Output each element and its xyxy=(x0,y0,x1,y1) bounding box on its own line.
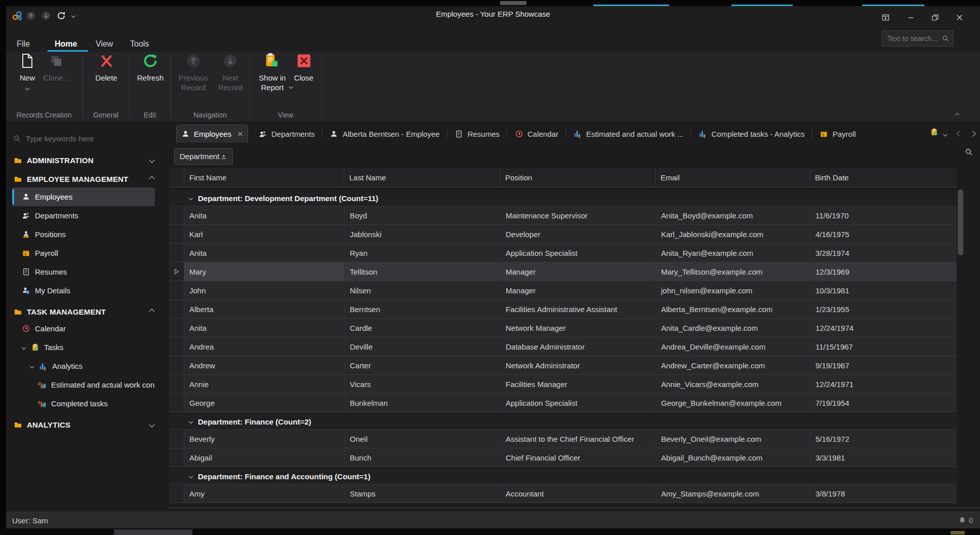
view-tab-alberta-berntsen[interactable]: Alberta Berntsen - Employee xyxy=(322,130,447,138)
next-record-button[interactable]: Next Record xyxy=(212,52,249,92)
grid-cell[interactable]: 12/3/1969 xyxy=(810,262,957,281)
grid-cell[interactable]: Assistant to the Chief Financial Officer xyxy=(500,430,656,448)
sidebar-section-employee-management[interactable]: EMPLOYEE MANAGEMENT xyxy=(0,170,163,187)
grid-cell[interactable]: Cardle xyxy=(344,319,500,337)
grid-search-icon[interactable] xyxy=(965,148,973,158)
grid-cell[interactable]: Amy xyxy=(184,484,344,503)
grid-cell[interactable]: Berntsen xyxy=(344,300,500,318)
show-in-report-button[interactable]: Show in Report xyxy=(252,52,293,92)
grid-cell[interactable]: Anita_Boyd@example.com xyxy=(656,206,810,224)
grid-data-row[interactable]: JohnNilsenManagerjohn_nilsen@example.com… xyxy=(169,281,957,300)
expander-chevron-icon[interactable] xyxy=(22,345,26,349)
group-collapse-chevron-icon[interactable] xyxy=(189,196,193,200)
expander-chevron-icon[interactable] xyxy=(30,364,34,368)
refresh-button[interactable]: Refresh xyxy=(131,52,170,83)
vertical-scrollbar-thumb[interactable] xyxy=(958,189,963,255)
column-header-email[interactable]: Email xyxy=(656,168,810,187)
view-tab-calendar[interactable]: Calendar xyxy=(507,130,565,138)
grid-cell[interactable]: 12/24/1974 xyxy=(810,319,957,337)
grid-cell[interactable]: Tellitson xyxy=(344,262,500,281)
grid-cell[interactable]: Application Specialist xyxy=(500,394,656,412)
grid-data-row[interactable]: AndrewCarterNetwork AdministratorAndrew_… xyxy=(169,356,957,375)
grid-cell[interactable]: Manager xyxy=(500,262,656,281)
grid-cell[interactable]: Anita_Cardle@example.com xyxy=(656,319,810,337)
clone-button[interactable]: Clone... xyxy=(38,52,74,83)
grid-cell[interactable]: Mary xyxy=(184,262,344,281)
grid-cell[interactable]: George_Bunkelman@example.com xyxy=(656,394,810,412)
ribbon-tab-tools[interactable]: Tools xyxy=(130,40,149,49)
grid-data-row[interactable]: GeorgeBunkelmanApplication SpecialistGeo… xyxy=(169,394,957,412)
grid-cell[interactable]: Andrew xyxy=(184,356,344,374)
grid-cell[interactable]: Abigail xyxy=(184,448,344,467)
grid-data-row[interactable]: BeverlyOneilAssistant to the Chief Finan… xyxy=(169,430,957,448)
sidebar-item-analytics[interactable]: Σ Analytics xyxy=(0,357,163,375)
section-collapse-chevron-icon[interactable] xyxy=(149,176,154,181)
close-view-button[interactable]: Close xyxy=(288,52,320,83)
grid-cell[interactable]: Deville xyxy=(344,337,500,356)
column-header-birth-date[interactable]: Birth Date xyxy=(810,168,957,187)
grid-cell[interactable]: Ryan xyxy=(344,244,500,262)
grid-group-row[interactable]: Department: Development Department (Coun… xyxy=(169,190,957,206)
grid-group-row[interactable]: Department: Finance and Accounting (Coun… xyxy=(169,469,957,484)
grid-cell[interactable]: Chief Financial Officer xyxy=(500,448,656,467)
grid-cell[interactable]: Facilities Administrative Assistant xyxy=(500,300,656,318)
grid-cell[interactable]: Nilsen xyxy=(344,281,500,299)
delete-button[interactable]: Delete xyxy=(87,52,126,83)
view-tab-employees[interactable]: Employees xyxy=(176,125,248,143)
sidebar-item-calendar[interactable]: Calendar xyxy=(0,319,163,338)
sidebar-item-employees[interactable]: Employees xyxy=(0,187,163,206)
grid-cell[interactable]: 10/3/1981 xyxy=(810,281,957,299)
sidebar-item-payroll[interactable]: $ Payroll xyxy=(0,244,163,262)
restore-button[interactable] xyxy=(927,11,943,23)
sidebar-item-resumes[interactable]: Resumes xyxy=(0,262,163,281)
new-dropdown-chevron-icon[interactable] xyxy=(25,86,29,90)
group-collapse-chevron-icon[interactable] xyxy=(189,474,193,478)
tab-close-icon[interactable] xyxy=(237,130,243,138)
sidebar-item-tasks[interactable]: Tasks xyxy=(0,338,163,357)
notifications[interactable]: 0 xyxy=(959,516,973,524)
view-tab-completed-tasks[interactable]: Σ Completed tasks - Analytics xyxy=(691,130,811,138)
view-tab-estimated-and-actual-work[interactable]: Σ Estimated and actual work ... xyxy=(566,130,691,138)
grid-data-row[interactable]: AbigailBunchChief Financial OfficerAbiga… xyxy=(169,448,957,467)
grid-cell[interactable]: 3/3/1981 xyxy=(810,448,957,467)
grid-cell[interactable]: 11/6/1970 xyxy=(810,206,957,224)
grid-cell[interactable]: Amy_Stamps@example.com xyxy=(656,484,810,503)
dock-window-button[interactable] xyxy=(878,11,893,23)
grid-cell[interactable]: 5/16/1972 xyxy=(810,430,957,448)
section-collapse-chevron-icon[interactable] xyxy=(149,422,154,427)
grid-cell[interactable]: 3/28/1974 xyxy=(810,244,957,262)
ribbon-search-box[interactable] xyxy=(882,30,954,47)
grid-cell[interactable]: Anita xyxy=(184,244,344,262)
ribbon-tab-view[interactable]: View xyxy=(96,40,113,49)
grid-cell[interactable]: Developer xyxy=(500,225,656,243)
grid-data-row[interactable]: KarlJablonskiDeveloperKarl_Jablonski@exa… xyxy=(169,225,957,244)
grid-cell[interactable]: Bunch xyxy=(344,448,500,467)
grid-cell[interactable]: Abigail_Bunch@example.com xyxy=(656,448,810,467)
column-header-position[interactable]: Position xyxy=(500,168,656,187)
grid-cell[interactable]: Anita_Ryan@example.com xyxy=(656,244,810,262)
grid-cell[interactable]: Accountant xyxy=(500,484,656,503)
grid-cell[interactable]: Anita xyxy=(184,319,344,337)
grid-cell[interactable]: John xyxy=(184,281,344,299)
grid-cell[interactable]: Anita xyxy=(184,206,344,224)
new-button[interactable]: New xyxy=(13,52,42,91)
grid-data-row[interactable]: AnitaCardleNetwork ManagerAnita_Cardle@e… xyxy=(169,319,957,337)
ribbon-tab-file[interactable]: File xyxy=(17,40,30,49)
column-header-first-name[interactable]: First Name xyxy=(184,168,344,187)
grid-cell[interactable]: Annie xyxy=(184,375,344,393)
grid-cell[interactable]: Facilities Manager xyxy=(500,375,656,393)
grid-cell[interactable]: Oneil xyxy=(344,430,500,448)
view-tab-resumes[interactable]: Resumes xyxy=(447,130,507,138)
view-tab-departments[interactable]: Departments xyxy=(251,130,322,138)
grid-cell[interactable]: Andrea_Deville@example.com xyxy=(656,337,810,356)
minimize-button[interactable] xyxy=(903,11,918,23)
grid-cell[interactable]: Manager xyxy=(500,281,656,299)
grid-data-row[interactable]: AlbertaBerntsenFacilities Administrative… xyxy=(169,300,957,319)
grid-cell[interactable]: Stamps xyxy=(344,484,500,503)
grid-cell[interactable]: Network Manager xyxy=(500,319,656,337)
grid-cell[interactable]: Bunkelman xyxy=(344,394,500,412)
grid-cell[interactable]: Alberta_Berntsen@example.com xyxy=(656,300,810,318)
grid-cell[interactable]: Boyd xyxy=(344,206,500,224)
grid-data-row[interactable]: AnitaRyanApplication SpecialistAnita_Rya… xyxy=(169,244,957,262)
grid-cell[interactable]: 1/23/1955 xyxy=(810,300,957,318)
